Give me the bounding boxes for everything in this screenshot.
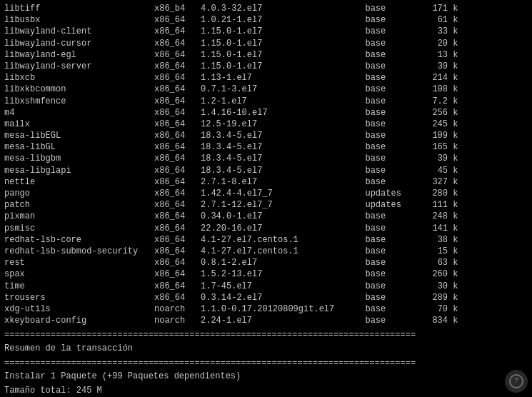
table-row: spax x86_64 1.5.2-13.el7 base 260 k	[4, 268, 528, 280]
pkg-repo: base	[365, 49, 422, 61]
pkg-version: 1.0.21-1.el7	[201, 14, 365, 26]
pkg-repo: base	[365, 3, 422, 14]
pkg-name: libusbx	[4, 14, 154, 26]
table-row: patch x86_64 2.7.1-12.el7_7 updates 111 …	[4, 199, 528, 211]
pkg-size: 39 k	[422, 153, 458, 164]
pkg-size: 33 k	[422, 26, 458, 37]
pkg-version: 4.1-27.el7.centos.1	[201, 246, 365, 257]
pkg-size: 38 k	[422, 234, 458, 246]
pkg-repo: updates	[365, 188, 422, 199]
table-row: xkeyboard-config noarch 2.24-1.el7 base …	[4, 315, 528, 326]
pkg-arch: x86_64	[154, 176, 201, 188]
pkg-version: 1.4.16-10.el7	[201, 107, 365, 119]
package-list: libtiff x86_b4 4.0.3-32.el7 base 171 kli…	[4, 3, 528, 326]
pkg-size: 327 k	[422, 176, 458, 188]
pkg-size: 141 k	[422, 223, 458, 234]
pkg-version: 4.1-27.el7.centos.1	[201, 234, 365, 246]
pkg-arch: x86_64	[154, 199, 201, 211]
pkg-name: rest	[4, 257, 154, 268]
pkg-arch: x86_64	[154, 84, 201, 95]
pkg-size: 13 k	[422, 49, 458, 61]
pkg-size: 30 k	[422, 281, 458, 292]
pkg-name: redhat-lsb-core	[4, 234, 154, 246]
pkg-size: 834 k	[422, 315, 458, 326]
table-row: mesa-libGL x86_64 18.3.4-5.el7 base 165 …	[4, 141, 528, 153]
pkg-name: redhat-lsb-submod-security	[4, 246, 154, 257]
pkg-version: 1.13-1.el7	[201, 72, 365, 84]
pkg-arch: x86_64	[154, 141, 201, 153]
pkg-arch: x86_64	[154, 14, 201, 26]
pkg-arch: x86_64	[154, 61, 201, 72]
table-row: m4 x86_64 1.4.16-10.el7 base 256 k	[4, 107, 528, 119]
pkg-version: 1.2-1.el7	[201, 96, 365, 107]
pkg-size: 20 k	[422, 38, 458, 49]
table-row: mailx x86_64 12.5-19.el7 base 245 k	[4, 119, 528, 130]
table-row: mesa-libglapi x86_64 18.3.4-5.el7 base 4…	[4, 165, 528, 176]
pkg-version: 2.24-1.el7	[201, 315, 365, 326]
pkg-version: 1.7-45.el7	[201, 281, 365, 292]
pkg-name: m4	[4, 107, 154, 119]
pkg-repo: base	[365, 119, 422, 130]
pkg-arch: x86_64	[154, 119, 201, 130]
pkg-repo: base	[365, 234, 422, 246]
pkg-arch: x86_64	[154, 223, 201, 234]
pkg-name: libxshmfence	[4, 96, 154, 107]
pkg-version: 0.7.1-3.el7	[201, 84, 365, 95]
table-row: mesa-libEGL x86_64 18.3.4-5.el7 base 109…	[4, 130, 528, 141]
pkg-repo: base	[365, 96, 422, 107]
pkg-arch: x86_64	[154, 153, 201, 164]
pkg-version: 18.3.4-5.el7	[201, 153, 365, 164]
pkg-size: 7.2 k	[422, 96, 458, 107]
pkg-arch: x86_64	[154, 26, 201, 37]
pkg-repo: base	[365, 72, 422, 84]
pkg-name: pixman	[4, 211, 154, 222]
pkg-version: 2.7.1-8.el7	[201, 176, 365, 188]
pkg-version: 1.15.0-1.el7	[201, 61, 365, 72]
pkg-repo: base	[365, 176, 422, 188]
divider-line: ========================================…	[4, 329, 528, 341]
pkg-repo: base	[365, 84, 422, 95]
pkg-version: 22.20-16.el7	[201, 223, 365, 234]
pkg-size: 109 k	[422, 130, 458, 141]
pkg-name: libxkbcommon	[4, 84, 154, 95]
pkg-arch: x86_64	[154, 234, 201, 246]
table-row: pixman x86_64 0.34.0-1.el7 base 248 k	[4, 211, 528, 222]
pkg-arch: x86_64	[154, 281, 201, 292]
pkg-size: 63 k	[422, 257, 458, 268]
pkg-size: 260 k	[422, 268, 458, 280]
pkg-arch: x86_64	[154, 96, 201, 107]
pkg-arch: x86_64	[154, 211, 201, 222]
pkg-repo: base	[365, 61, 422, 72]
pkg-arch: x86_64	[154, 246, 201, 257]
table-row: libtiff x86_b4 4.0.3-32.el7 base 171 k	[4, 3, 528, 14]
pkg-name: mesa-libgbm	[4, 153, 154, 164]
pkg-size: 70 k	[422, 303, 458, 315]
pkg-arch: noarch	[154, 315, 201, 326]
pkg-repo: base	[365, 223, 422, 234]
pkg-name: mesa-libglapi	[4, 165, 154, 176]
pkg-arch: x86_64	[154, 188, 201, 199]
pkg-size: 165 k	[422, 141, 458, 153]
pkg-repo: base	[365, 246, 422, 257]
table-row: libwayland-server x86_64 1.15.0-1.el7 ba…	[4, 61, 528, 72]
table-row: libwayland-client x86_64 1.15.0-1.el7 ba…	[4, 26, 528, 37]
pkg-name: patch	[4, 199, 154, 211]
pkg-size: 248 k	[422, 211, 458, 222]
pkg-name: libwayland-egl	[4, 49, 154, 61]
pkg-name: spax	[4, 268, 154, 280]
pkg-repo: base	[365, 107, 422, 119]
pkg-repo: base	[365, 26, 422, 37]
pkg-size: 39 k	[422, 61, 458, 72]
pkg-version: 2.7.1-12.el7_7	[201, 199, 365, 211]
pkg-version: 18.3.4-5.el7	[201, 165, 365, 176]
table-row: libxshmfence x86_64 1.2-1.el7 base 7.2 k	[4, 96, 528, 107]
pkg-name: libwayland-server	[4, 61, 154, 72]
pkg-size: 108 k	[422, 84, 458, 95]
pkg-version: 1.15.0-1.el7	[201, 26, 365, 37]
pkg-version: 0.3.14-2.el7	[201, 292, 365, 303]
pkg-arch: x86_64	[154, 130, 201, 141]
table-row: xdg-utils noarch 1.1.0-0.17.20120809git.…	[4, 303, 528, 315]
pkg-arch: x86_64	[154, 38, 201, 49]
table-row: libxkbcommon x86_64 0.7.1-3.el7 base 108…	[4, 84, 528, 95]
section-header: Resumen de la transacción	[4, 343, 528, 354]
